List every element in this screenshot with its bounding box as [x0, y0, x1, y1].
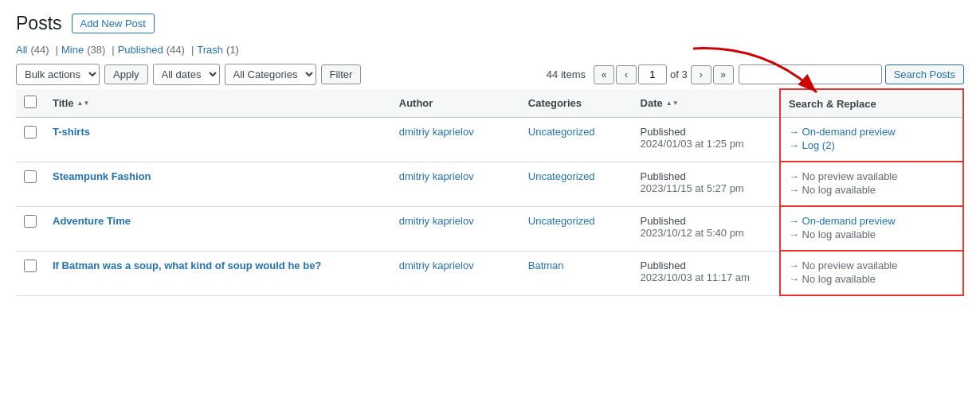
filter-published-link[interactable]: Published	[118, 44, 163, 56]
th-date-label: Date	[641, 97, 663, 109]
filter-all-link[interactable]: All	[16, 44, 27, 56]
author-link[interactable]: dmitriy kaprielov	[399, 215, 474, 227]
posts-table: Title ▲▼ Author Categories Date ▲▼ Searc…	[16, 88, 964, 296]
row-checkbox[interactable]	[24, 126, 37, 139]
search-posts-input[interactable]	[739, 64, 882, 84]
sr-log[interactable]: → Log (2)	[789, 139, 955, 151]
date-value: 2023/10/03 at 11:17 am	[641, 271, 750, 283]
filter-mine-link[interactable]: Mine	[61, 44, 84, 56]
table-row: If Batman was a soup, what kind of soup …	[16, 251, 963, 295]
bulk-actions-select[interactable]: Bulk actions	[16, 64, 100, 85]
sr-preview: → No preview available	[789, 170, 955, 182]
date-value: 2024/01/03 at 1:25 pm	[641, 138, 744, 150]
tablenav-top: Bulk actions Apply All dates All Categor…	[16, 64, 964, 85]
next-page-button[interactable]: ›	[691, 65, 711, 84]
categories-filter-select[interactable]: All Categories	[225, 64, 316, 85]
sr-preview[interactable]: → On-demand preview	[789, 215, 955, 227]
th-date[interactable]: Date ▲▼	[633, 89, 780, 118]
table-row: Adventure Timedmitriy kaprielovUncategor…	[16, 206, 963, 251]
date-status: Published	[641, 126, 686, 138]
date-status: Published	[641, 215, 686, 227]
sr-preview: → No preview available	[789, 259, 955, 271]
th-author: Author	[391, 89, 520, 118]
page-of: of 3	[670, 68, 688, 80]
row-checkbox[interactable]	[24, 215, 37, 228]
row-checkbox[interactable]	[24, 259, 37, 272]
page-title: Posts	[16, 13, 62, 34]
search-posts-button[interactable]: Search Posts	[885, 64, 964, 84]
author-link[interactable]: dmitriy kaprielov	[399, 170, 474, 182]
author-link[interactable]: dmitriy kaprielov	[399, 259, 474, 271]
sr-log: → No log available	[789, 184, 955, 196]
filter-button[interactable]: Filter	[321, 64, 362, 84]
th-checkbox	[16, 89, 45, 118]
th-title-label: Title	[53, 97, 74, 109]
items-count: 44 items	[547, 68, 586, 80]
apply-button[interactable]: Apply	[104, 64, 148, 84]
sr-log: → No log available	[789, 273, 955, 285]
th-title[interactable]: Title ▲▼	[45, 89, 391, 118]
date-status: Published	[641, 259, 686, 271]
author-link[interactable]: dmitriy kaprielov	[399, 126, 474, 138]
prev-page-button[interactable]: ‹	[616, 65, 637, 84]
post-title-link[interactable]: If Batman was a soup, what kind of soup …	[53, 259, 321, 271]
date-status: Published	[641, 170, 686, 182]
filter-all-count: (44)	[30, 44, 49, 56]
title-sort-icon[interactable]: ▲▼	[77, 100, 90, 107]
table-row: Steampunk Fashiondmitriy kaprielovUncate…	[16, 162, 963, 206]
row-checkbox[interactable]	[24, 170, 37, 183]
category-link[interactable]: Uncategorized	[528, 126, 595, 138]
filter-mine-count: (38)	[87, 44, 105, 56]
filter-trash-link[interactable]: Trash	[197, 44, 223, 56]
th-search-replace: Search & Replace	[780, 89, 963, 118]
sr-preview[interactable]: → On-demand preview	[789, 126, 955, 138]
date-value: 2023/11/15 at 5:27 pm	[641, 182, 744, 194]
select-all-checkbox[interactable]	[24, 96, 37, 108]
category-link[interactable]: Batman	[528, 259, 564, 271]
filter-trash-count: (1)	[226, 44, 239, 56]
last-page-button[interactable]: »	[713, 65, 734, 84]
post-title-link[interactable]: Steampunk Fashion	[53, 170, 151, 182]
posts-table-container: Title ▲▼ Author Categories Date ▲▼ Searc…	[16, 88, 964, 296]
category-link[interactable]: Uncategorized	[528, 170, 595, 182]
post-title-link[interactable]: Adventure Time	[53, 215, 131, 227]
category-link[interactable]: Uncategorized	[528, 215, 595, 227]
filter-published-count: (44)	[167, 44, 185, 56]
first-page-button[interactable]: «	[594, 65, 614, 84]
post-filter-nav: All (44) | Mine (38) | Published (44) | …	[16, 44, 964, 56]
page-number-input[interactable]	[638, 64, 667, 84]
th-categories: Categories	[520, 89, 633, 118]
pagination: « ‹ of 3 › »	[594, 64, 734, 84]
add-new-post-button[interactable]: Add New Post	[72, 14, 155, 33]
date-sort-icon[interactable]: ▲▼	[666, 100, 679, 107]
sr-log: → No log available	[789, 228, 955, 240]
post-title-link[interactable]: T-shirts	[53, 126, 90, 138]
date-value: 2023/10/12 at 5:40 pm	[641, 227, 744, 239]
dates-filter-select[interactable]: All dates	[153, 64, 220, 85]
table-row: T-shirtsdmitriy kaprielovUncategorizedPu…	[16, 118, 963, 162]
search-posts-area: Search Posts	[739, 64, 964, 84]
